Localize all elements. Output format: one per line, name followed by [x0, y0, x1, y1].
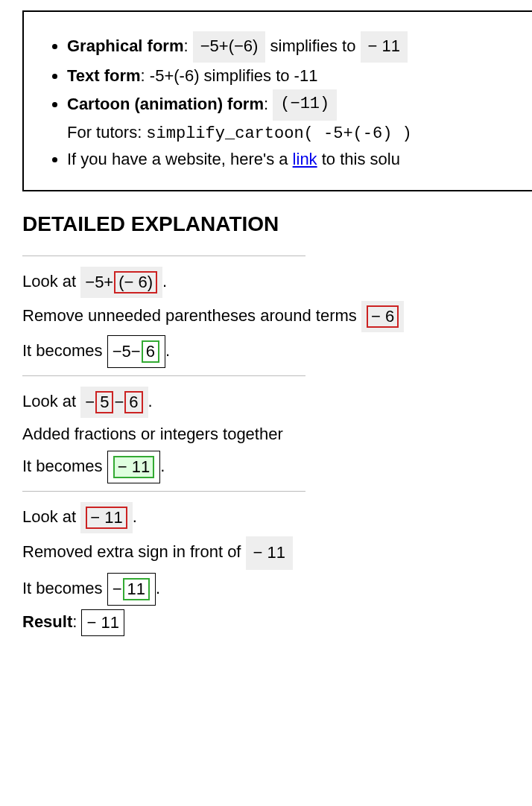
summary-item-text: Text form: -5+(-6) simplifies to -11: [67, 64, 525, 88]
becomes-label: It becomes: [22, 341, 107, 360]
step2-expr-hi2: 6: [124, 391, 142, 413]
website-prefix: If you have a website, here's a: [67, 150, 293, 168]
step2-expr-mid: −: [114, 393, 124, 411]
for-tutors-code: simplify_cartoon( -5+(-6) ): [146, 124, 411, 143]
step1-becomes: It becomes −5−6 .: [22, 335, 532, 368]
summary-list: Graphical form: −5+(−6) simplifies to − …: [46, 31, 525, 171]
step2-expr: −5−6: [80, 387, 148, 418]
website-suffix: to this solu: [317, 150, 400, 168]
step1-explain-chip: − 6: [361, 301, 404, 332]
page: Graphical form: −5+(−6) simplifies to − …: [0, 0, 532, 661]
summary-item-graphical: Graphical form: −5+(−6) simplifies to − …: [67, 31, 525, 63]
step3-becomes: It becomes −11 .: [22, 573, 532, 606]
lookat-label: Look at: [22, 392, 80, 410]
step1-becomes-chip: −5−6: [107, 335, 165, 368]
summary-item-cartoon: Cartoon (animation) form: (−11) For tuto…: [67, 89, 525, 146]
step3-expr: − 11: [80, 502, 132, 533]
graphical-result: − 11: [361, 31, 408, 63]
simplifies-to-text: simplifies to: [270, 37, 361, 55]
step2-becomes-chip: − 11: [107, 451, 160, 483]
step2-expr-pre1: −: [85, 393, 95, 411]
section-heading: DETAILED EXPLANATION: [22, 212, 532, 236]
step1-explain-text: Remove unneeded parentheses around terms: [22, 306, 361, 325]
lookat-label: Look at: [22, 272, 80, 291]
step1-expr-pre: −5+: [85, 273, 113, 291]
divider: [22, 256, 305, 256]
step3-becomes-chip: −11: [107, 573, 156, 606]
result-chip: − 11: [81, 609, 124, 636]
step1-explain: Remove unneeded parentheses around terms…: [22, 301, 532, 332]
graphical-form-label: Graphical form: [67, 37, 183, 55]
summary-item-link: If you have a website, here's a link to …: [67, 147, 525, 171]
summary-box: Graphical form: −5+(−6) simplifies to − …: [22, 10, 532, 191]
cartoon-form-label: Cartoon (animation) form: [67, 95, 264, 113]
step1-lookat: Look at −5+(− 6) .: [22, 267, 532, 298]
step3-explain-text: Removed extra sign in front of: [22, 542, 246, 561]
text-form-body: : -5+(-6) simplifies to -11: [141, 66, 318, 85]
solution-link[interactable]: link: [293, 150, 317, 168]
step3-explain-chip: − 11: [246, 536, 293, 570]
step2-lookat: Look at −5−6 .: [22, 387, 532, 418]
step3-lookat: Look at − 11 .: [22, 502, 532, 533]
step1-expr: −5+(− 6): [80, 267, 162, 298]
step1-expr-hi: (− 6): [114, 271, 157, 293]
divider: [22, 491, 305, 492]
lookat-label: Look at: [22, 507, 80, 525]
step3-becomes-pre: −: [113, 580, 122, 598]
becomes-label: It becomes: [22, 456, 107, 475]
divider: [22, 375, 305, 376]
step3-becomes-hi: 11: [123, 578, 150, 600]
step2-expr-hi1: 5: [95, 391, 113, 413]
for-tutors-label: For tutors:: [67, 123, 146, 142]
step2-explain-text: Added fractions or integers together: [22, 425, 283, 443]
graphical-expr: −5+(−6): [193, 31, 266, 63]
step1-becomes-pre: −5−: [113, 342, 141, 361]
result-label: Result: [22, 612, 72, 631]
step1-becomes-hi: 6: [142, 340, 159, 363]
step3-expr-hi: − 11: [86, 507, 127, 529]
step3-explain: Removed extra sign in front of − 11: [22, 536, 532, 570]
step2-explain: Added fractions or integers together: [22, 421, 532, 447]
text-form-label: Text form: [67, 66, 141, 85]
becomes-label: It becomes: [22, 579, 107, 597]
step2-becomes-hi: − 11: [113, 456, 154, 478]
cartoon-expr: (−11): [273, 89, 337, 121]
step2-becomes: It becomes − 11 .: [22, 451, 532, 483]
result-line: Result: − 11: [22, 609, 532, 636]
step1-explain-chip-inner: − 6: [367, 305, 399, 328]
